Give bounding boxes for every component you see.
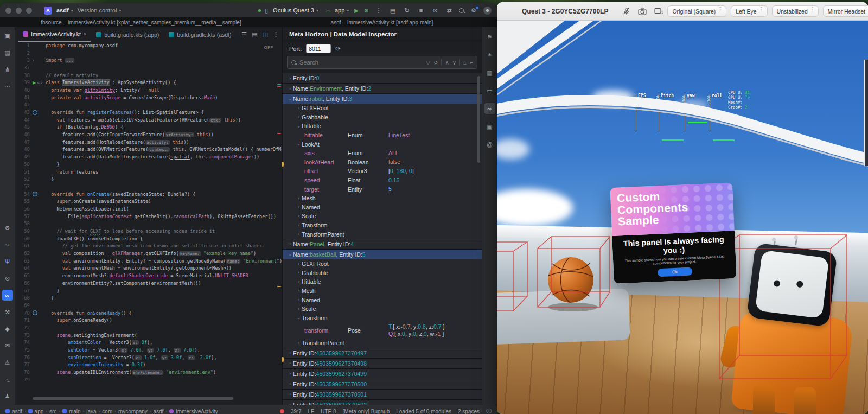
tree-row[interactable]: ›Entity ID: 4503599627370502 (283, 399, 482, 405)
dropdown-original-square-[interactable]: Original (Square)ˆˇ (667, 5, 726, 17)
chevron-down-icon[interactable]: ⌄ (296, 124, 302, 129)
property-row[interactable]: transformPoseT:[ x:-0.7, y:0.8, z:0.7 ]Q… (283, 322, 482, 339)
display-icon[interactable]: 1 (654, 8, 663, 15)
tree-row[interactable]: ›Mesh (283, 286, 482, 296)
breadcrumb-item[interactable]: src (49, 409, 56, 414)
chevron-right-icon[interactable]: › (296, 262, 302, 266)
chevron-right-icon[interactable]: › (296, 279, 302, 284)
dropdown-unstabilized[interactable]: Unstabilizedˆˇ (772, 5, 819, 17)
tree-row[interactable]: ⌄Name: basketBall, Entity ID: 5 (283, 249, 482, 259)
chevron-right-icon[interactable]: › (296, 307, 302, 311)
tree-row[interactable]: ›TransformParent (283, 339, 482, 348)
profiler-icon[interactable]: ♟ (2, 391, 13, 402)
tree-row[interactable]: ›TransformParent (283, 230, 482, 239)
horizontal-scrollbar[interactable] (33, 397, 233, 400)
more-tools-icon[interactable]: ⋯ (2, 81, 13, 92)
maximize-window-icon[interactable] (26, 8, 32, 14)
chevron-right-icon[interactable]: › (296, 270, 302, 275)
breadcrumb-item[interactable]: asdf (5, 409, 22, 414)
tree-row[interactable]: ›Grabbable (283, 113, 482, 122)
tree-row[interactable]: ›Name: Environment, Entity ID: 2 (283, 83, 482, 93)
refresh-icon[interactable]: ⟳ (335, 45, 341, 53)
tree-row[interactable]: ›GLXFRoot (283, 259, 482, 269)
editor-tab[interactable]: build.gradle.kts (:app) (92, 27, 163, 42)
resource-manager-icon[interactable]: ⇄ (445, 7, 454, 14)
vcs-widget[interactable]: Version control▾ (78, 7, 122, 14)
unlock-icon[interactable]: ⌐ (470, 60, 473, 66)
close-tab-icon[interactable]: × (84, 31, 86, 37)
dropdown-left-eye[interactable]: Left Eyeˆˇ (731, 5, 767, 17)
gradle-icon[interactable]: ▦ (484, 67, 495, 78)
chevron-right-icon[interactable]: › (296, 232, 302, 237)
status-item[interactable]: [Meta-only] Bugnub (343, 409, 390, 414)
ok-button[interactable]: Ok (658, 267, 693, 277)
meta-tool-icon[interactable]: ∞ (2, 290, 13, 301)
chevron-right-icon[interactable]: › (296, 196, 302, 201)
property-row[interactable]: targetEntity5 (283, 184, 482, 194)
problems-icon[interactable]: ⚠ (2, 357, 13, 368)
filter-icon[interactable]: ▽ (426, 60, 430, 66)
commit-icon[interactable]: ▤ (2, 47, 13, 58)
run-config-selector[interactable]: ⌓app▾ (324, 7, 349, 14)
tree-row[interactable]: ›Entity ID: 0 (283, 73, 482, 83)
inspector-search-bar[interactable]: Search ▽ ↺ ∧ ∨ ⌂ ⌐ (287, 56, 477, 69)
mic-off-icon[interactable] (622, 7, 630, 15)
chevron-down-icon[interactable]: ⌄ (287, 97, 293, 101)
editor-tab[interactable]: build.gradle.kts (asdf) (164, 27, 235, 42)
avatar[interactable]: ☻ (483, 7, 492, 15)
chevron-down-icon[interactable]: ⌄ (287, 252, 293, 257)
tree-row[interactable]: ⌄Name: robot, Entity ID: 3 (283, 93, 482, 104)
hive-icon[interactable]: Ψ (2, 256, 13, 267)
more-actions-icon[interactable]: ⋮ (374, 7, 383, 14)
override-gutter-icon[interactable]: ↑ (33, 310, 37, 315)
build-icon[interactable]: ⚒ (2, 307, 13, 317)
override-gutter-icon[interactable]: ↑ (33, 192, 37, 196)
fold-icon[interactable]: › (33, 58, 34, 63)
tree-row[interactable]: ›Named (283, 295, 482, 304)
split-editor-icon[interactable]: ▤ (252, 31, 257, 38)
list-view-icon[interactable]: ☰ (241, 31, 247, 38)
collapse-all-icon[interactable]: ∧ (445, 60, 449, 66)
search-everywhere-icon[interactable] (459, 8, 464, 13)
tree-row[interactable]: ›Entity ID: 4503599627370500 (283, 379, 482, 389)
property-row[interactable]: hittableEnumLineTest (283, 131, 482, 140)
notifications-icon[interactable]: ⚑ (484, 31, 495, 42)
tree-row[interactable]: ›Grabbable (283, 269, 482, 278)
chevron-right-icon[interactable]: › (287, 241, 293, 246)
chevron-right-icon[interactable]: › (296, 106, 302, 111)
chevron-right-icon[interactable]: › (287, 361, 293, 366)
chevron-right-icon[interactable]: › (296, 223, 302, 228)
chevron-right-icon[interactable]: › (287, 381, 293, 386)
close-window-icon[interactable] (5, 8, 11, 14)
running-devices-icon[interactable]: ∞ (484, 103, 495, 114)
tree-row[interactable]: ›Named (283, 203, 482, 212)
tree-row[interactable]: ›Scale (283, 304, 482, 314)
camera-icon[interactable] (638, 8, 647, 15)
info-icon[interactable]: ⓘ (486, 407, 492, 414)
breadcrumb-item[interactable]: main (62, 409, 81, 414)
tree-row[interactable]: ›Scale (283, 212, 482, 221)
sync-project-icon[interactable]: ↻ (403, 7, 411, 14)
pill-icon[interactable]: ⊙ (2, 273, 13, 284)
tab-options-icon[interactable]: ⋮ (273, 31, 279, 38)
tree-row[interactable]: ›Entity ID: 4503599627370499 (283, 368, 482, 379)
status-item[interactable]: 2 spaces (458, 409, 480, 414)
assistant-icon[interactable]: ✶ (484, 49, 495, 60)
tree-row[interactable]: ›Transform (283, 221, 482, 230)
chevron-right-icon[interactable]: › (287, 371, 293, 376)
chevron-right-icon[interactable]: › (296, 114, 302, 119)
revert-icon[interactable]: ↺ (433, 60, 438, 66)
settings-gear-icon[interactable]: ⚙ (469, 7, 478, 14)
debug-button[interactable]: ⚙ (364, 8, 369, 14)
device-selector[interactable]: ▯Oculus Quest 3▾ (258, 7, 318, 14)
settings-icon[interactable]: ⚙ (2, 222, 13, 233)
property-row[interactable]: axisEnumALL (283, 149, 482, 158)
chevron-down-icon[interactable]: ⌄ (296, 142, 302, 147)
status-item[interactable]: LF (308, 409, 314, 414)
property-row[interactable]: lookAtHeadBooleanfalse (283, 158, 482, 167)
run-button[interactable]: ▶ (354, 8, 359, 14)
expand-all-icon[interactable]: ∨ (452, 60, 456, 66)
chevron-right-icon[interactable]: › (296, 205, 302, 209)
tree-row[interactable]: ›Entity ID: 4503599627370497 (283, 348, 482, 358)
status-item[interactable]: Loaded 5 of 0 modules (396, 409, 451, 414)
